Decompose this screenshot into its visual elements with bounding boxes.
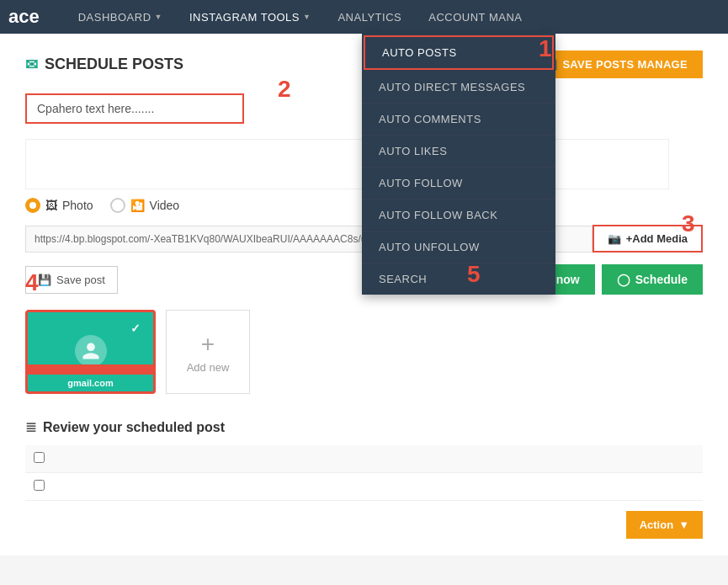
nav-account-manage[interactable]: ACCOUNT MANA <box>415 0 535 34</box>
dropdown-auto-follow[interactable]: AUTO FOLLOW <box>362 168 555 199</box>
account-check-badge: ✓ <box>126 319 145 338</box>
review-section: ≣ Review your scheduled post <box>25 411 703 509</box>
photo-radio[interactable] <box>25 198 40 213</box>
dropdown-auto-follow-back[interactable]: AUTO FOLLOW BACK <box>362 199 555 231</box>
action-dropdown-button[interactable]: Action ▼ <box>626 511 703 539</box>
video-option[interactable]: 🎦 Video <box>110 198 180 213</box>
account-red-bar <box>28 364 153 375</box>
table-row <box>25 473 703 501</box>
dropdown-auto-comments[interactable]: AUTO COMMENTS <box>362 104 555 136</box>
account-avatar <box>75 335 107 367</box>
nav-instagram-tools[interactable]: INSTAGRAM TOOLS ▼ <box>176 0 324 34</box>
navbar: ace DASHBOARD ▼ INSTAGRAM TOOLS ▼ ANALYT… <box>0 0 728 34</box>
save-post-button[interactable]: 💾 Save post <box>25 266 118 294</box>
review-title-container: ≣ Review your scheduled post <box>25 419 703 435</box>
select-all-checkbox[interactable] <box>34 452 45 463</box>
nav-items: DASHBOARD ▼ INSTAGRAM TOOLS ▼ ANALYTICS … <box>65 0 720 34</box>
table-col-checkbox <box>25 445 703 473</box>
account-card[interactable]: ✓ gmail.com <box>25 310 156 394</box>
text-area-spacer <box>25 139 669 189</box>
list-icon: ≣ <box>25 419 36 435</box>
annotation-5: 5 <box>467 261 481 288</box>
annotation-2: 2 <box>278 76 291 103</box>
send-icon: ✉ <box>25 56 38 74</box>
photo-option[interactable]: 🖼 Photo <box>25 198 93 213</box>
review-title-text: Review your scheduled post <box>43 420 225 435</box>
clock-icon: ◯ <box>617 273 630 286</box>
dropdown-auto-likes[interactable]: AUTO LIKES <box>362 136 555 168</box>
page-title: SCHEDULE POSTS <box>45 56 183 73</box>
save-post-icon: 💾 <box>38 274 51 286</box>
row-checkbox[interactable] <box>34 480 45 491</box>
annotation-4: 4 <box>25 269 39 296</box>
checkmark-icon: ✓ <box>130 322 141 335</box>
review-table <box>25 445 703 501</box>
add-new-account-button[interactable]: + Add new <box>166 310 250 394</box>
annotation-1: 1 <box>539 35 552 62</box>
annotation-3: 3 <box>682 210 695 237</box>
nav-dashboard[interactable]: DASHBOARD ▼ <box>65 0 176 34</box>
chevron-down-icon: ▼ <box>678 519 689 531</box>
user-icon <box>81 341 101 361</box>
video-radio[interactable] <box>110 198 125 213</box>
nav-analytics[interactable]: ANALYTICS <box>324 0 415 34</box>
photo-icon: 🖼 <box>45 199 57 212</box>
video-icon: 🎦 <box>130 199 145 212</box>
dropdown-auto-posts[interactable]: AUTO POSTS <box>364 35 554 70</box>
post-text-input[interactable] <box>25 93 244 124</box>
page-title-container: ✉ SCHEDULE POSTS <box>25 56 183 74</box>
accounts-row: ✓ gmail.com + Add new <box>25 310 703 394</box>
schedule-button[interactable]: ◯ Schedule <box>602 264 703 295</box>
brand-logo: ace <box>8 6 40 28</box>
instagram-tools-dropdown: AUTO POSTS AUTO DIRECT MESSAGES AUTO COM… <box>362 34 555 295</box>
plus-icon: + <box>201 331 215 358</box>
row-checkbox-cell <box>25 473 703 501</box>
dropdown-auto-unfollow[interactable]: AUTO UNFOLLOW <box>362 231 555 263</box>
chevron-down-icon: ▼ <box>155 13 162 21</box>
dropdown-search[interactable]: SEARCH <box>362 263 555 295</box>
dropdown-auto-direct-messages[interactable]: AUTO DIRECT MESSAGES <box>362 72 555 104</box>
chevron-down-icon: ▼ <box>303 13 311 21</box>
account-email: gmail.com <box>28 378 153 388</box>
camera-icon: 📷 <box>608 232 621 245</box>
